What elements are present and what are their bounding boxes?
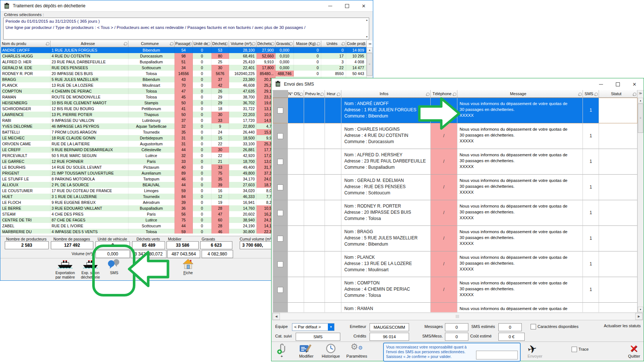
cell: 0 [193,141,211,147]
producer-row[interactable]: ALFRED D. HER23 RUE PAUL DARBEFEUILLEBus… [1,59,367,65]
scroll-right-icon[interactable]: ▶ [635,313,643,320]
sms-row[interactable]: Nom : ALFRED D. HERSHEYAdresse : 23 RUE … [273,149,637,175]
column-header-adresse[interactable]: Adresse [50,41,128,47]
scrollbar-thumb[interactable]: ≡ [367,53,372,76]
column-header-message[interactable]: Message [457,90,583,98]
row-checkbox[interactable] [277,287,283,293]
vertical-scrollbar[interactable]: ▲ ≡ ▼ [637,98,643,312]
maximize-button[interactable] [609,78,626,90]
cell: 36,702 [229,100,257,106]
cell: 20,602 [229,211,257,217]
quitter-button[interactable] [629,343,638,355]
column-header-masse[interactable]: Masse (Kg) [294,41,321,47]
search-icon [453,93,456,96]
cell: 89 [175,170,193,176]
cell: 18,700 [229,158,257,164]
cell: ALFRED D. HER [1,59,50,65]
emetteur-field[interactable]: MAUGESCOMM [370,323,409,331]
header-expand-icon[interactable]: ≫ [639,92,642,95]
producer-row[interactable]: GERALD M. EDERUE DES PENSEESScétoucum340… [1,65,367,71]
column-header-code-prod[interactable]: Code prod. [346,41,367,47]
row-checkbox[interactable] [277,184,283,190]
scroll-down-icon[interactable]: ▼ [638,307,643,312]
envoyer-button[interactable] [528,343,537,355]
cell: 0 [321,47,346,53]
column-header-unites[interactable]: Unités [321,41,346,47]
scrollbar-thumb[interactable]: ≡ [638,104,643,133]
row-checkbox[interactable] [277,108,283,113]
cell: 9 RUE BERNARD DESBARREAUX [50,147,128,153]
close-button[interactable]: ✕ [355,0,372,11]
cell: 0 [294,71,321,76]
cell: 33 [211,117,229,123]
row-checkbox[interactable] [277,261,283,267]
row-checkbox[interactable] [277,236,283,242]
label-nb-passages: Nombre de passages [51,237,93,241]
scrollbar-grip[interactable]: ||| [273,313,643,320]
cell: 0 [193,76,211,82]
export-par-matiere-button[interactable]: Exportationpar matière [52,260,79,279]
sms-row[interactable]: Nom : GERALD M. EDELMANAdresse : RUE DES… [273,175,637,200]
producer-row[interactable]: RODNEY R. POR20 IMPASSE DES BUISTolosa14… [1,71,367,76]
maximize-button[interactable] [338,0,355,11]
cell: 0 [193,153,211,158]
cat-suivi-field[interactable]: SMS [296,333,340,341]
trace-checkbox[interactable] [572,347,577,352]
producer-row[interactable]: CHARLES HUGG4 RUE DU COTENTINDurocassium… [1,53,367,59]
cell: Tolosa [128,71,175,76]
column-header-volume[interactable]: Volume (m³) [229,41,257,47]
row-checkbox[interactable] [277,210,283,216]
column-header-dechets2[interactable]: Déchets [257,41,276,47]
criteria-line-1: Periode du 01/01/2015 au 31/12/2015 ( 36… [5,19,362,23]
sms-row[interactable]: Nom : BRAGGAdresse : 5 RUE JULES MAZELLI… [273,226,637,251]
cell: 46 [211,229,229,234]
scroll-up-icon[interactable]: ▲ [638,98,643,103]
cell-prevu [304,98,325,123]
sms-row[interactable]: Nom : RAMAN/Nous vous informons du dépas… [273,303,637,312]
close-button[interactable]: ✕ [626,78,643,90]
scroll-up-icon[interactable]: ▲ [367,47,372,53]
cell: 31 [175,141,193,147]
column-header-dechets[interactable]: Déchets [211,41,229,47]
producer-row[interactable]: ANDRÉ LWOFF1 RUE JULIEN FORGUESBibendum5… [1,47,367,53]
minimize-button[interactable] [322,0,338,11]
cell: Aquae Tarbellicae [128,123,175,129]
column-header-nos[interactable]: N° OS [288,90,304,98]
confirm-input[interactable] [476,351,518,359]
column-header-commune[interactable]: Commune [128,41,175,47]
column-header-statut[interactable]: Statut [599,90,637,98]
cell: 70 [175,82,193,88]
column-header-gravats[interactable]: Gravats [276,41,294,47]
cell-sms-count: 1 [583,277,599,303]
cell: 46,608 [229,82,257,88]
horizontal-scrollbar[interactable]: ◀ ||| ▶ [272,313,643,320]
column-header-unite-de[interactable]: Unité de [193,41,211,47]
header-expand-icon[interactable]: ≫ [368,42,372,46]
parametres-button[interactable] [351,342,363,352]
historique-button[interactable] [326,343,336,355]
column-header-passage[interactable]: Passage [175,41,193,47]
caracteres-checkbox[interactable] [531,324,536,329]
modifier-button[interactable] [299,344,312,355]
sms-row[interactable]: Nom : RODNEY R. PORTERAdresse : 20 IMPAS… [273,200,637,226]
sms-row[interactable]: Nom : PLANCKAdresse : 13 RUE DE LA LOZER… [273,251,637,277]
column-header-heure[interactable]: Heur [325,90,341,98]
column-header-nom[interactable]: Nom du produ [1,41,50,47]
column-header-sms[interactable]: SMS [583,90,599,98]
cell: 14,760 [229,205,257,211]
search-icon [426,93,430,96]
scroll-up-icon[interactable]: ▲ [366,19,368,22]
equipe-dropdown[interactable]: < Par défaut > ▼ [292,323,334,331]
sms-row[interactable]: Nom : COMPTONAdresse : 4 CHEMIN DE PERIA… [273,277,637,303]
chevron-down-icon[interactable]: ▼ [328,324,334,331]
row-checkbox[interactable] [277,133,283,139]
cell: Aurelianum [128,170,175,176]
column-header-prevu[interactable]: Prévu le [304,90,325,98]
cell-nos [288,123,304,149]
cell: 26 [211,88,229,94]
fiche-button[interactable]: Fiche [180,259,196,275]
actualiser-statuts-link[interactable]: Actualiser les statuts [604,324,641,328]
row-checkbox[interactable] [277,159,283,165]
minimize-button[interactable] [592,78,609,90]
scroll-down-icon[interactable]: ▼ [366,36,368,38]
